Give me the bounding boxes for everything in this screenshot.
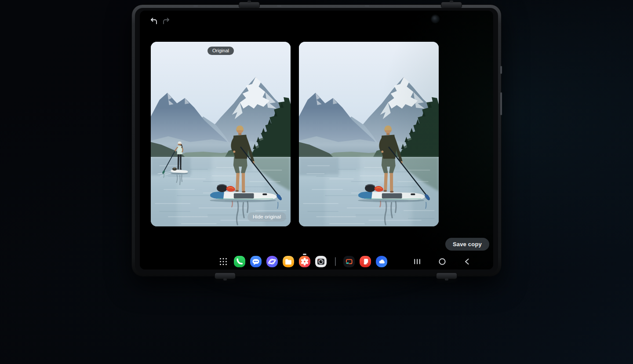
- phone-icon: [234, 256, 245, 267]
- nav-home-button[interactable]: [438, 258, 446, 266]
- redo-icon: [162, 16, 171, 26]
- taskbar-app-messages[interactable]: [250, 256, 262, 267]
- nav-back-button[interactable]: [463, 258, 471, 266]
- flower-icon: [299, 256, 310, 267]
- nav-recents-button[interactable]: [413, 258, 421, 266]
- undo-icon: [149, 16, 158, 26]
- nav-bar: [413, 253, 471, 269]
- planet-icon: [266, 256, 278, 267]
- hinge-knob: [437, 273, 457, 279]
- photo-original: Original Hide original: [151, 42, 291, 226]
- taskbar-divider: [335, 257, 336, 266]
- power-button: [500, 66, 502, 74]
- recents-bars-icon: [413, 258, 421, 266]
- save-copy-button[interactable]: Save copy: [445, 238, 489, 251]
- taskbar-app-gallery[interactable]: [299, 256, 310, 267]
- foldable-device-frame: Original Hide original Save copy: [132, 5, 501, 276]
- recent-app-cloud[interactable]: [376, 256, 387, 267]
- lake-scene-original: [151, 42, 291, 226]
- back-chevron-icon: [463, 258, 471, 266]
- taskbar-app-my-files[interactable]: [283, 256, 294, 267]
- chat-bubble-icon: [250, 256, 262, 267]
- volume-button: [500, 92, 502, 115]
- taskbar-app-internet[interactable]: [266, 256, 278, 267]
- taskbar: [140, 253, 493, 269]
- hinge-knob: [239, 2, 259, 8]
- taskbar-app-phone[interactable]: [234, 256, 245, 267]
- taskbar-apps: [218, 256, 387, 267]
- app-grid-icon: [218, 256, 229, 267]
- camera-punch-hole: [432, 15, 439, 22]
- antenna-line: [365, 5, 369, 7]
- redo-button[interactable]: [162, 16, 171, 26]
- hinge-knob: [215, 273, 235, 279]
- camera-icon: [315, 256, 327, 267]
- screen-cast-icon: [343, 256, 355, 267]
- lake-scene-edited: [299, 42, 439, 226]
- screen: Original Hide original Save copy: [140, 11, 493, 269]
- hinge-knob: [441, 2, 462, 8]
- taskbar-app-camera[interactable]: [315, 256, 327, 267]
- antenna-line: [193, 5, 198, 7]
- undo-button[interactable]: [149, 16, 158, 26]
- home-circle-icon: [438, 258, 446, 266]
- original-badge: Original: [207, 47, 234, 55]
- cloud-icon: [376, 256, 387, 267]
- recent-app-cast[interactable]: [343, 256, 355, 267]
- hide-original-button[interactable]: Hide original: [247, 212, 286, 222]
- notebook-icon: [360, 256, 371, 267]
- antenna-line: [277, 5, 281, 7]
- recent-app-notes[interactable]: [360, 256, 371, 267]
- photo-edited: [299, 42, 439, 226]
- app-drawer-button[interactable]: [218, 256, 229, 267]
- folder-icon: [283, 256, 294, 267]
